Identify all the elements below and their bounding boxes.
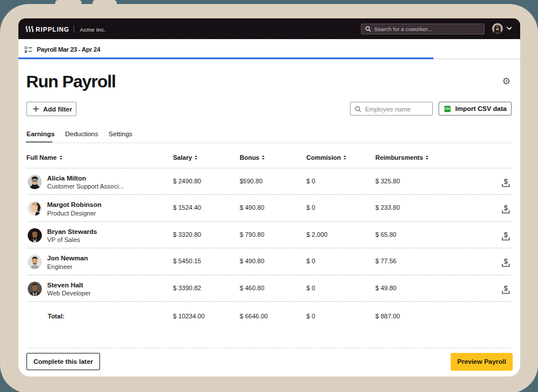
svg-text:$: $: [504, 178, 508, 186]
svg-text:$: $: [504, 232, 508, 239]
svg-text:$: $: [504, 285, 508, 293]
svg-text:$: $: [504, 258, 508, 266]
svg-text:$: $: [504, 205, 508, 212]
